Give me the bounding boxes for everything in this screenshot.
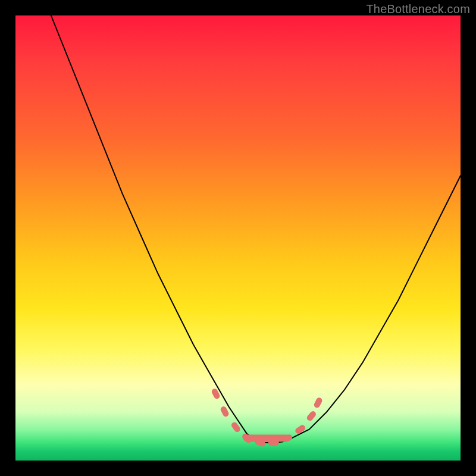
watermark-text: TheBottleneck.com	[366, 2, 470, 16]
outer-frame: TheBottleneck.com	[0, 0, 476, 476]
svg-rect-5	[268, 440, 279, 446]
svg-rect-3	[241, 433, 253, 444]
curve-marker	[313, 397, 323, 409]
plot-area	[15, 15, 461, 461]
curve-marker	[220, 405, 230, 418]
bottleneck-curve-path	[51, 15, 461, 443]
curve-marker	[306, 410, 317, 422]
curve-marker	[268, 440, 279, 446]
curve-group	[51, 15, 461, 443]
svg-rect-1	[220, 405, 230, 418]
svg-rect-9	[313, 397, 323, 409]
curve-marker	[241, 433, 253, 444]
svg-rect-8	[306, 410, 317, 422]
marker-group	[211, 388, 323, 447]
bottleneck-chart-svg	[15, 15, 461, 461]
